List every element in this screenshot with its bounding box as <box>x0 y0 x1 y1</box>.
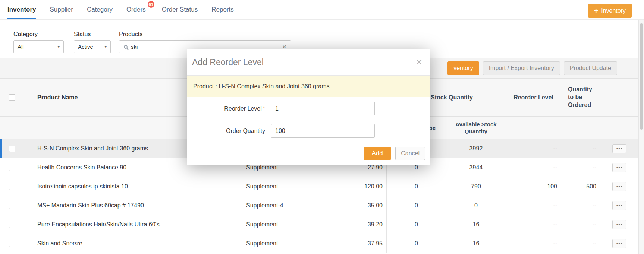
plus-icon: + <box>594 7 599 15</box>
available-stock-quantity: 16 <box>446 215 506 234</box>
reorder-level-row: Reorder Level* <box>187 102 430 115</box>
available-stock-quantity: 16 <box>446 234 506 253</box>
product-category: Supplement <box>242 215 339 234</box>
table-row[interactable]: Isotretinoin capsules ip skinista 10 Sup… <box>0 177 638 196</box>
tab-supplier[interactable]: Supplier <box>50 0 73 20</box>
available-stock-quantity: 3992 <box>446 139 506 158</box>
chevron-down-icon: ▾ <box>57 44 60 49</box>
row-checkbox[interactable] <box>9 184 15 190</box>
vertical-scrollbar[interactable] <box>638 20 644 254</box>
reorder-level: -- <box>506 215 561 234</box>
select-all-checkbox[interactable] <box>9 94 15 101</box>
quantity-to-be-ordered: -- <box>561 234 600 253</box>
required-asterisk: * <box>263 105 265 112</box>
quantity-to-be-ordered: -- <box>561 196 600 215</box>
add-reorder-level-modal: Add Reorder Level × Product : H-S-N Comp… <box>187 49 430 165</box>
header-quantity-to-be-ordered-text: Quantity to be Ordered <box>568 86 596 109</box>
close-icon[interactable]: × <box>416 57 422 67</box>
product-category: Supplement <box>242 234 339 253</box>
cancel-button[interactable]: Cancel <box>395 147 425 160</box>
row-actions-button[interactable]: ••• <box>612 201 626 210</box>
header-actions <box>600 79 638 116</box>
row-actions-button[interactable]: ••• <box>612 182 626 191</box>
modal-product-banner: Product : H-S-N Complex Skin and Joint 3… <box>187 76 430 97</box>
product-category: Supplement <box>242 177 339 196</box>
tab-reports[interactable]: Reports <box>211 0 234 20</box>
modal-title: Add Reorder Level <box>192 57 264 67</box>
tab-category[interactable]: Category <box>87 0 113 20</box>
available-stock-quantity: 0 <box>446 196 506 215</box>
order-quantity-input[interactable] <box>271 124 375 138</box>
category-select-value: All <box>18 44 24 50</box>
row-checkbox[interactable] <box>9 241 15 247</box>
quantity-to-be-ordered: 500 <box>561 177 600 196</box>
inventory-action-button-partial[interactable]: ventory <box>447 61 479 75</box>
status-select[interactable]: Active ▾ <box>74 40 111 53</box>
modal-actions: Add Cancel <box>364 147 425 160</box>
reorder-level-label: Reorder Level* <box>187 102 265 115</box>
available-stock-quantity: 3944 <box>446 158 506 177</box>
quantity-to-be: 0 <box>386 215 446 234</box>
add-button[interactable]: Add <box>364 147 391 160</box>
product-price: 120.00 <box>339 177 386 196</box>
import-export-inventory-button[interactable]: Import / Export Inventory <box>483 61 560 75</box>
tab-orders-label: Orders <box>126 6 146 13</box>
product-name: MS+ Mandarin Skin Plus 60cap # 17490 <box>26 196 242 215</box>
product-update-button[interactable]: Product Update <box>564 61 617 75</box>
quantity-to-be: 0 <box>386 196 446 215</box>
product-name: Isotretinoin capsules ip skinista 10 <box>26 177 242 196</box>
inventory-app: Inventory Supplier Category Orders 61 Or… <box>0 0 644 254</box>
modal-header: Add Reorder Level × <box>187 49 430 76</box>
quantity-to-be: 0 <box>386 177 446 196</box>
search-icon <box>124 45 128 49</box>
table-row[interactable]: Pure Encapsulations Hair/Skin/Nails Ultr… <box>0 215 638 234</box>
quantity-to-be-ordered: -- <box>561 158 600 177</box>
product-price: 35.00 <box>339 196 386 215</box>
add-inventory-button[interactable]: + Inventory <box>588 4 632 18</box>
reorder-level: -- <box>506 158 561 177</box>
product-name: Pure Encapsulations Hair/Skin/Nails Ultr… <box>26 215 242 234</box>
reorder-level: -- <box>506 234 561 253</box>
product-price: 39.20 <box>339 215 386 234</box>
status-select-value: Active <box>78 44 93 50</box>
available-stock-quantity: 790 <box>446 177 506 196</box>
product-name: Skin and Sneeze <box>26 234 242 253</box>
scrollbar-thumb[interactable] <box>640 23 643 130</box>
product-category: Supplement-4 <box>242 196 339 215</box>
tab-orders[interactable]: Orders 61 <box>126 0 148 20</box>
subheader-available-stock-quantity: Available Stock Quantity <box>446 117 506 139</box>
row-checkbox[interactable] <box>9 203 15 209</box>
row-actions-button[interactable]: ••• <box>612 144 626 153</box>
reorder-level: 100 <box>506 177 561 196</box>
order-quantity-row: Order Quantity <box>187 124 430 138</box>
tab-inventory[interactable]: Inventory <box>7 0 36 20</box>
header-reorder-level: Reorder Level <box>506 79 561 116</box>
row-actions-button[interactable]: ••• <box>612 220 626 229</box>
row-checkbox[interactable] <box>9 165 15 171</box>
reorder-level-label-text: Reorder Level <box>224 105 262 112</box>
products-filter-label: Products <box>119 31 142 38</box>
order-quantity-label: Order Quantity <box>187 124 265 138</box>
table-row[interactable]: Skin and Sneeze Supplement 37.95 0 16 --… <box>0 234 638 253</box>
table-row[interactable]: MS+ Mandarin Skin Plus 60cap # 17490 Sup… <box>0 196 638 215</box>
reorder-level: -- <box>506 196 561 215</box>
add-inventory-label: Inventory <box>601 7 626 14</box>
product-price: 37.95 <box>339 234 386 253</box>
chevron-down-icon: ▾ <box>104 44 107 49</box>
header-quantity-to-be-ordered: Quantity to be Ordered <box>561 79 600 116</box>
quantity-to-be-ordered: -- <box>561 215 600 234</box>
status-filter-label: Status <box>74 31 91 38</box>
orders-count-badge: 61 <box>148 1 154 8</box>
top-nav: Inventory Supplier Category Orders 61 Or… <box>0 0 644 20</box>
quantity-to-be-ordered: -- <box>561 139 600 158</box>
row-checkbox[interactable] <box>9 146 15 152</box>
tab-order-status[interactable]: Order Status <box>162 0 198 20</box>
row-actions-button[interactable]: ••• <box>612 163 626 172</box>
row-actions-button[interactable]: ••• <box>612 239 626 248</box>
row-checkbox[interactable] <box>9 222 15 228</box>
reorder-level-input[interactable] <box>271 102 375 115</box>
reorder-level: -- <box>506 139 561 158</box>
category-select[interactable]: All ▾ <box>13 40 64 53</box>
category-filter-label: Category <box>13 31 38 38</box>
quantity-to-be: 0 <box>386 234 446 253</box>
